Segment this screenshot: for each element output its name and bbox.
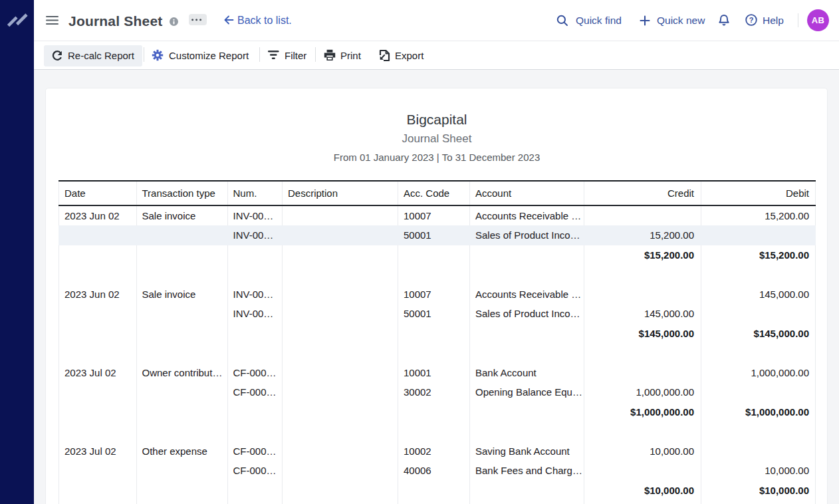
svg-text:?: ? xyxy=(749,16,754,24)
